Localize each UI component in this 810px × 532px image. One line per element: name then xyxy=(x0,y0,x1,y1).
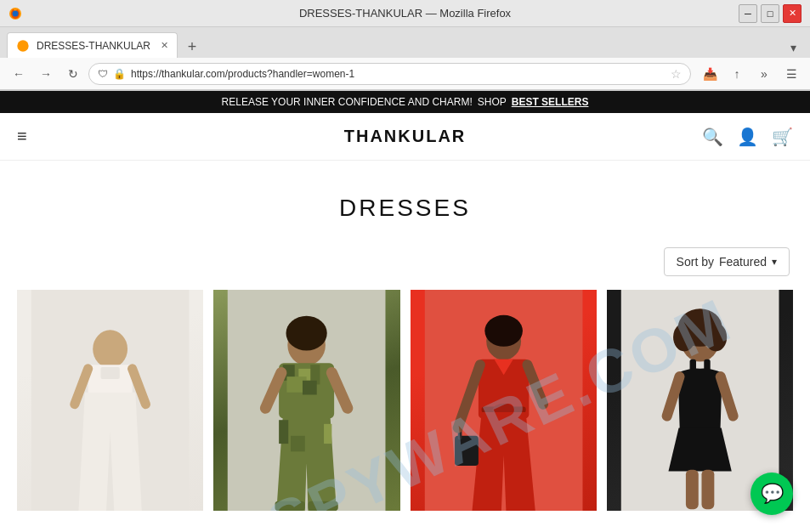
pocket-icon[interactable]: 📥 xyxy=(698,62,722,86)
lock-icon: 🔒 xyxy=(113,68,126,80)
announcement-bar: RELEASE YOUR INNER CONFIDENCE AND CHARM!… xyxy=(0,91,810,113)
maximize-button[interactable]: □ xyxy=(761,4,779,23)
svg-rect-22 xyxy=(309,501,338,511)
active-tab[interactable]: DRESSES-THANKULAR ✕ xyxy=(7,32,178,58)
cart-icon[interactable]: 🛒 xyxy=(772,127,793,147)
product-image xyxy=(213,290,399,511)
page-content: MANTISPYWARE.COM DRESSES Sort by Feature… xyxy=(0,161,810,511)
hamburger-nav-icon[interactable]: ≡ xyxy=(17,127,27,146)
svg-rect-42 xyxy=(686,470,699,509)
svg-point-27 xyxy=(484,315,523,347)
chat-button[interactable]: 💬 xyxy=(751,473,793,515)
security-icon: 🛡 xyxy=(98,68,108,80)
title-bar-left xyxy=(8,7,22,20)
tab-bar: DRESSES-THANKULAR ✕ + ▾ xyxy=(0,27,810,58)
new-tab-button[interactable]: + xyxy=(181,36,203,58)
window-controls: ─ □ ✕ xyxy=(739,4,802,23)
url-text: https://thankular.com/products?handler=w… xyxy=(131,68,666,80)
navigation-bar: ← → ↻ 🛡 🔒 https://thankular.com/products… xyxy=(0,58,810,90)
browser-chrome: DRESSES-THANKULAR — Mozilla Firefox ─ □ … xyxy=(0,0,810,91)
svg-point-2 xyxy=(17,40,28,51)
firefox-icon xyxy=(8,7,22,20)
sort-dropdown[interactable]: Sort by Featured ▾ xyxy=(664,247,790,276)
minimize-button[interactable]: ─ xyxy=(739,4,757,23)
product-card[interactable] xyxy=(411,290,597,511)
product-card[interactable] xyxy=(213,290,399,511)
header-right-icons: 🔍 👤 🛒 xyxy=(702,127,793,147)
sort-value: Featured xyxy=(719,255,767,269)
svg-point-38 xyxy=(673,323,695,351)
back-button[interactable]: ← xyxy=(7,62,31,86)
svg-rect-21 xyxy=(275,501,305,511)
window-title: DRESSES-THANKULAR — Mozilla Firefox xyxy=(299,7,511,20)
page-title: DRESSES xyxy=(17,195,793,222)
svg-rect-43 xyxy=(701,470,714,509)
website-content: RELEASE YOUR INNER CONFIDENCE AND CHARM!… xyxy=(0,91,810,511)
tab-close-button[interactable]: ✕ xyxy=(161,40,168,51)
share-icon[interactable]: ↑ xyxy=(725,62,749,86)
tab-favicon xyxy=(16,39,30,53)
site-header: ≡ THANKULAR 🔍 👤 🛒 xyxy=(0,113,810,161)
address-bar[interactable]: 🛡 🔒 https://thankular.com/products?handl… xyxy=(88,63,691,85)
product-grid xyxy=(17,290,793,511)
search-icon[interactable]: 🔍 xyxy=(702,127,723,147)
svg-point-11 xyxy=(286,316,327,351)
announcement-cta-prefix: SHOP xyxy=(478,96,507,108)
header-menu-area: ≡ xyxy=(17,127,27,146)
svg-point-1 xyxy=(13,10,19,16)
svg-point-4 xyxy=(93,330,127,368)
svg-rect-19 xyxy=(324,424,331,444)
hamburger-menu-button[interactable]: ☰ xyxy=(779,62,803,86)
tab-list-button[interactable]: ▾ xyxy=(784,37,803,58)
tab-label: DRESSES-THANKULAR xyxy=(37,40,150,52)
svg-rect-20 xyxy=(291,436,305,452)
product-card[interactable] xyxy=(17,290,203,511)
site-logo[interactable]: THANKULAR xyxy=(344,127,467,146)
nav-right-icons: 📥 ↑ » ☰ xyxy=(698,62,803,86)
account-icon[interactable]: 👤 xyxy=(737,127,758,147)
product-image xyxy=(17,290,203,511)
svg-rect-17 xyxy=(303,381,317,395)
svg-rect-31 xyxy=(455,436,479,466)
close-button[interactable]: ✕ xyxy=(783,4,802,23)
chevron-down-icon: ▾ xyxy=(772,256,777,268)
svg-rect-6 xyxy=(100,367,119,379)
title-bar: DRESSES-THANKULAR — Mozilla Firefox ─ □ … xyxy=(0,0,810,27)
chat-icon: 💬 xyxy=(761,483,784,505)
product-image xyxy=(411,290,597,511)
announcement-text: RELEASE YOUR INNER CONFIDENCE AND CHARM! xyxy=(222,96,473,108)
extensions-icon[interactable]: » xyxy=(752,62,776,86)
svg-point-39 xyxy=(705,323,727,351)
sort-label: Sort by xyxy=(677,255,714,269)
reload-button[interactable]: ↻ xyxy=(61,62,85,86)
sort-bar: Sort by Featured ▾ xyxy=(17,247,793,276)
bookmark-icon[interactable]: ☆ xyxy=(671,67,682,81)
svg-rect-18 xyxy=(279,420,288,444)
announcement-cta-link[interactable]: BEST SELLERS xyxy=(512,96,589,108)
forward-button[interactable]: → xyxy=(34,62,58,86)
